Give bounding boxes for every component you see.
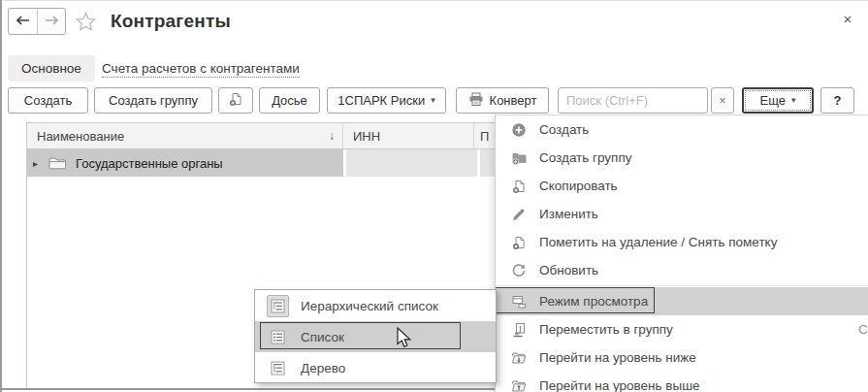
menu-item-label: Изменить xyxy=(539,207,598,221)
chevron-down-icon: ▾ xyxy=(431,96,435,105)
table-left-border xyxy=(26,149,27,388)
menu-item-label: Создать группу xyxy=(539,150,631,165)
delete-mark-icon xyxy=(510,234,527,250)
envelope-button-label: Конверт xyxy=(490,93,537,108)
more-button-label: Еще xyxy=(760,93,786,108)
history-nav-group xyxy=(8,8,66,35)
menu-item-label: Создать xyxy=(539,122,589,137)
move-to-group-icon xyxy=(510,321,527,338)
hierarchical-list-icon xyxy=(267,295,289,317)
menu-item-create[interactable]: Создать xyxy=(496,115,868,144)
view-mode-submenu: Иерархический список Список Дерево xyxy=(254,289,497,383)
pencil-icon xyxy=(510,206,527,222)
hovered-item-frame xyxy=(260,322,461,349)
menu-item-edit[interactable]: Изменить xyxy=(496,200,868,228)
forward-button[interactable] xyxy=(37,9,65,34)
level-up-icon xyxy=(510,377,527,392)
create-group-button[interactable]: Создать группу xyxy=(94,87,212,114)
column-header-name[interactable]: Наименование ↓ xyxy=(27,123,343,148)
submenu-item-hierarchical-list[interactable]: Иерархический список xyxy=(255,290,496,321)
tree-icon xyxy=(267,357,289,379)
more-dropdown-menu: Создать Создать группу Скопировать Измен… xyxy=(495,114,868,392)
menu-item-label: Режим просмотра xyxy=(539,294,648,309)
submenu-item-label: Список xyxy=(301,330,344,344)
help-button-label: ? xyxy=(834,93,842,108)
level-down-icon xyxy=(510,349,527,366)
page-title: Контрагенты xyxy=(111,11,231,32)
tab-link-settlement-accounts[interactable]: Счета расчетов с контрагентами xyxy=(102,61,300,78)
search-box xyxy=(558,87,708,114)
name-cell-selected[interactable]: ▸ Государственные органы xyxy=(27,149,343,177)
menu-item-refresh[interactable]: Обновить xyxy=(496,256,868,284)
back-button[interactable] xyxy=(9,9,37,34)
forward-arrow-icon xyxy=(45,15,59,29)
menu-item-label: Перейти на уровень выше xyxy=(539,378,700,392)
help-button[interactable]: ? xyxy=(820,87,854,114)
column-header-label: П xyxy=(480,129,489,144)
refresh-icon xyxy=(510,262,527,278)
menu-item-move-to-group[interactable]: Переместить в группу C xyxy=(496,315,868,343)
tab-main[interactable]: Основное xyxy=(8,55,95,82)
table-bottom-edge xyxy=(0,388,497,390)
mouse-cursor-icon xyxy=(395,327,416,353)
chevron-down-icon: ▾ xyxy=(791,96,796,105)
column-header-label: Наименование xyxy=(37,129,124,144)
menu-item-create-group[interactable]: Создать группу xyxy=(496,144,868,172)
submenu-item-list[interactable]: Список xyxy=(255,321,496,352)
back-arrow-icon xyxy=(16,15,30,29)
expand-arrow-icon[interactable]: ▸ xyxy=(33,158,43,169)
menu-item-level-up[interactable]: Перейти на уровень выше xyxy=(496,372,868,392)
menu-item-level-down[interactable]: Перейти на уровень ниже xyxy=(496,343,868,372)
inn-cell[interactable] xyxy=(346,149,477,177)
window-left-edge xyxy=(0,0,2,392)
copy-icon xyxy=(510,178,527,194)
submenu-item-label: Иерархический список xyxy=(301,299,438,313)
column-header-inn[interactable]: ИНН xyxy=(343,123,474,148)
menu-item-label: Обновить xyxy=(539,263,598,278)
folder-plus-icon xyxy=(510,149,527,166)
list-icon xyxy=(267,326,289,348)
window-top-edge xyxy=(0,0,868,1)
create-button-label: Создать xyxy=(24,93,72,108)
spark-risks-button-label: 1СПАРК Риски xyxy=(338,93,425,108)
clear-search-icon[interactable]: × xyxy=(711,87,734,114)
menu-item-label: Скопировать xyxy=(539,179,618,193)
menu-item-view-mode[interactable]: Режим просмотра xyxy=(496,287,868,315)
sort-desc-icon: ↓ xyxy=(329,129,335,143)
view-mode-icon xyxy=(510,293,527,310)
dossier-button[interactable]: Досье xyxy=(259,87,320,114)
copy-button[interactable] xyxy=(218,87,253,114)
menu-item-copy[interactable]: Скопировать xyxy=(496,172,868,200)
search-input[interactable] xyxy=(559,88,707,113)
printer-icon xyxy=(468,92,484,110)
more-button[interactable]: Еще ▾ xyxy=(742,87,814,114)
create-button[interactable]: Создать xyxy=(8,87,88,114)
submenu-item-label: Дерево xyxy=(301,361,345,376)
row-label: Государственные органы xyxy=(76,156,223,171)
menu-item-mark-deletion[interactable]: Пометить на удаление / Снять пометку xyxy=(496,228,868,256)
menu-item-label: Пометить на удаление / Снять пометку xyxy=(539,235,777,249)
favorite-star-icon[interactable] xyxy=(74,10,98,37)
dossier-button-label: Досье xyxy=(272,93,307,108)
column-header-label: ИНН xyxy=(353,129,380,144)
menu-item-shortcut: C xyxy=(858,322,868,337)
plus-circle-icon xyxy=(510,121,527,138)
create-group-button-label: Создать группу xyxy=(109,93,198,108)
counterparties-window: Контрагенты × Основное Счета расчетов с … xyxy=(0,0,868,392)
folder-icon xyxy=(48,155,67,171)
envelope-button[interactable]: Конверт xyxy=(456,87,549,114)
menu-item-label: Перейти на уровень ниже xyxy=(539,350,696,365)
copy-icon xyxy=(228,91,243,110)
submenu-item-tree[interactable]: Дерево xyxy=(255,352,496,383)
menu-item-label: Переместить в группу xyxy=(539,322,673,337)
close-icon[interactable]: × xyxy=(837,8,858,29)
menu-separator xyxy=(496,285,868,286)
spark-risks-button[interactable]: 1СПАРК Риски ▾ xyxy=(327,87,446,114)
